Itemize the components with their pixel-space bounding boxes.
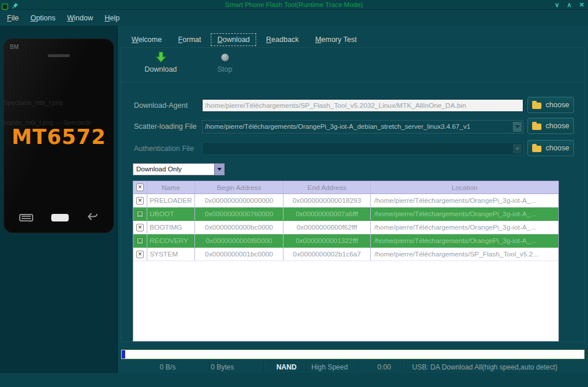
chevron-down-icon[interactable] [214,164,224,175]
status-bytes: 0 Bytes [211,361,234,373]
stop-button[interactable]: Stop [197,51,253,73]
chevron-down-icon[interactable] [513,122,522,132]
table-cell: BOOTIMG [147,221,195,234]
phone-menu-icon [19,214,33,221]
table-cell: /home/pierre/Téléchargements/OrangePi_3g… [371,234,558,247]
status-speed: 0 B/s [160,361,175,373]
column-header-end-address: End Address [284,181,371,194]
status-bar: 0 B/s 0 Bytes NAND High Speed 0:00 USB: … [118,361,588,373]
tab-readback[interactable]: Readback [260,33,305,46]
menu-file[interactable]: File [1,12,24,24]
tab-welcome[interactable]: Welcome [125,33,168,46]
choose-button-label: choose [546,122,569,130]
stop-button-label: Stop [217,65,232,73]
row-checkbox[interactable]: ✕ [133,248,147,261]
tab-bar: Welcome Format Download Readback Memory … [125,33,363,46]
column-header-begin-address: Begin Address [195,181,284,194]
table-row[interactable]: ✕BOOTIMG0x0000000000bc00000x0000000000f6… [133,221,558,234]
table-cell: UBOOT [147,207,195,220]
table-cell: /home/pierre/Téléchargements/SP_Flash_To… [371,248,558,261]
ghost-text: Spectacle_mtk_l.png [3,99,115,106]
table-cell: 0x0000000000018293 [284,194,371,207]
download-button-label: Download [144,65,177,73]
main-panel: Welcome Format Download Readback Memory … [118,26,588,373]
choose-button-label: choose [546,101,569,109]
folder-icon [532,103,541,109]
menu-window[interactable]: Window [61,12,98,24]
status-speed-mode: High Speed [311,361,348,373]
ghost-text: copiés_mtk_l.png — Spectacle [3,119,115,126]
table-cell: 0x00000000007a6fff [284,207,371,220]
status-time: 0:00 [377,361,391,373]
table-row[interactable]: ✕PRELOADER0x00000000000000000x0000000000… [133,194,558,207]
titlebar: Smart Phone Flash Tool(Runtime Trace Mod… [0,0,588,10]
table-cell: /home/pierre/Téléchargements/OrangePi_3g… [371,194,558,207]
phone-badge: BM [10,44,19,50]
scatter-file-label: Scatter-loading File [134,120,197,133]
table-cell: 0x0000000000bc0000 [195,221,284,234]
table-cell: /home/pierre/Téléchargements/OrangePi_3g… [371,221,558,234]
select-all-checkbox[interactable]: ✕ [133,181,147,194]
maximize-button[interactable]: ∧ [567,0,572,10]
tab-download[interactable]: Download [211,33,256,46]
row-checkbox[interactable]: ✕ [133,234,147,247]
table-row[interactable]: ✕SYSTEM0x0000000001bc00000x0000000002b1c… [133,248,558,261]
phone-speaker [48,54,70,57]
column-header-name: Name [147,181,195,194]
phone-image: BM MT6572 [3,38,114,233]
scatter-file-choose-button[interactable]: choose [527,118,574,134]
row-checkbox[interactable]: ✕ [133,221,147,234]
folder-icon [532,146,541,152]
table-cell: 0x0000000002b1c6a7 [284,248,371,261]
choose-button-label: choose [546,144,569,152]
bottom-strip [0,373,588,387]
table-cell: 0x0000000000f80000 [195,234,284,247]
app-window: Smart Phone Flash Tool(Runtime Trace Mod… [0,0,588,387]
status-usb-mode: USB: DA Download All(high speed,auto det… [412,361,557,373]
download-arrow-icon [155,57,167,65]
download-agent-choose-button[interactable]: choose [527,97,574,113]
row-checkbox[interactable]: ✕ [133,194,147,207]
shade-button[interactable]: ∨ [555,0,559,10]
download-mode-value: Download Only [133,164,214,175]
menu-help[interactable]: Help [99,12,126,24]
progress-fill [122,350,125,358]
table-cell: /home/pierre/Téléchargements/OrangePi_3g… [371,207,558,220]
scatter-file-combobox[interactable]: /home/pierre/Téléchargements/OrangePi_3g… [202,120,523,133]
download-agent-field[interactable]: /home/pierre/Téléchargements/SP_Flash_To… [202,99,523,112]
table-cell: 0x0000000000000000 [195,194,284,207]
scatter-file-value: /home/pierre/Téléchargements/OrangePi_3g… [205,123,470,130]
row-checkbox[interactable]: ✕ [133,207,147,220]
download-mode-combobox[interactable]: Download Only [133,163,225,175]
phone-home-button-icon [51,214,69,221]
table-row[interactable]: ✕RECOVERY0x0000000000f800000x00000000013… [133,234,558,248]
tab-format[interactable]: Format [172,33,208,46]
download-agent-label: Download-Agent [134,99,187,112]
table-cell: 0x0000000000760000 [195,207,284,220]
download-button[interactable]: Download [133,51,189,73]
menu-options[interactable]: Options [24,12,61,24]
table-cell: 0x0000000000f62fff [284,221,371,234]
tab-memory-test[interactable]: Memory Test [309,33,363,46]
status-storage-type: NAND [277,361,297,373]
table-cell: PRELOADER [147,194,195,207]
auth-file-choose-button[interactable]: choose [527,140,574,156]
auth-file-combobox[interactable] [202,142,523,155]
table-row[interactable]: ✕UBOOT0x00000000007600000x00000000007a6f… [133,207,558,221]
chevron-down-icon [513,144,522,153]
column-header-location: Location [371,181,558,194]
table-cell: RECOVERY [147,234,195,247]
table-header-row: ✕ Name Begin Address End Address Locatio… [133,181,558,194]
auth-file-label: Authentication File [134,142,194,155]
table-cell: SYSTEM [147,248,195,261]
chip-label: MT6572 [4,125,114,149]
window-title: Smart Phone Flash Tool(Runtime Trace Mod… [0,0,588,10]
menubar: File Options Window Help [0,10,588,26]
table-cell: 0x0000000001322fff [284,234,371,247]
device-panel: BM MT6572 Spectacle_mtk_l.png copiés_mtk… [0,26,118,373]
partition-table: ✕ Name Begin Address End Address Locatio… [133,181,559,342]
table-cell: 0x0000000001bc0000 [195,248,284,261]
close-button[interactable]: ✕ [579,0,585,10]
stop-icon [221,54,229,61]
folder-icon [532,124,541,130]
